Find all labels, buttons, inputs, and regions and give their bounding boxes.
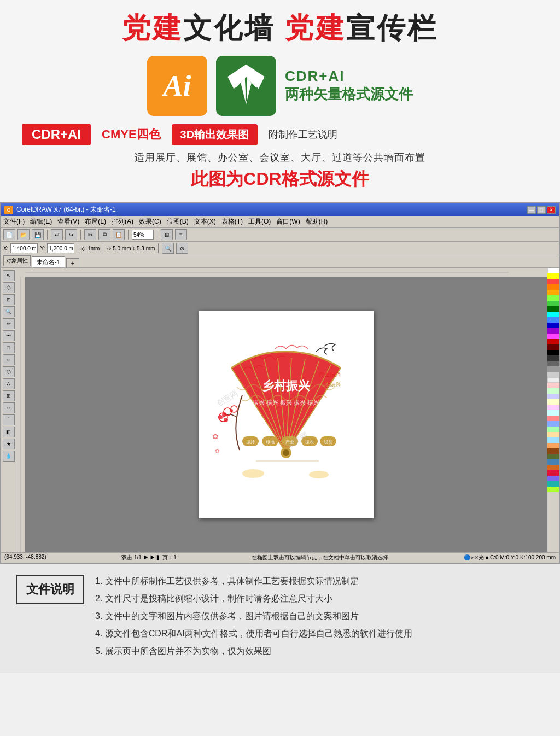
swatch-darkred[interactable]: [547, 339, 559, 344]
tool-table[interactable]: ⊞: [3, 390, 15, 401]
swatch-purple[interactable]: [547, 328, 559, 334]
swatch-yellowgreen[interactable]: [547, 487, 559, 492]
swatch-mint[interactable]: [547, 427, 559, 432]
toolbar-save[interactable]: 💾: [32, 229, 44, 240]
swatch-magenta[interactable]: [547, 334, 559, 339]
menu-effects[interactable]: 效果(C): [139, 217, 161, 226]
restore-button[interactable]: □: [537, 206, 546, 214]
swatch-bluelight[interactable]: [547, 394, 559, 399]
svg-text:振兴 振兴 振兴 振兴 振兴: 振兴 振兴 振兴 振兴 振兴: [253, 399, 319, 406]
swatch-blue[interactable]: [547, 317, 559, 323]
swatch-darkblue[interactable]: [547, 323, 559, 328]
cdr-toolbar-1: 📄 📂 💾 ↩ ↪ ✂ ⧉ 📋 ⊞ ≡: [1, 228, 559, 242]
minimize-button[interactable]: —: [527, 206, 536, 214]
swatch-orange[interactable]: [547, 284, 559, 290]
swatch-salmon[interactable]: [547, 416, 559, 421]
swatch-sandybrown[interactable]: [547, 443, 559, 448]
swatch-steelblue[interactable]: [547, 459, 559, 465]
swatch-skyblue[interactable]: [547, 437, 559, 443]
swatch-cyan[interactable]: [547, 312, 559, 317]
swatch-peach[interactable]: [547, 432, 559, 437]
tool-ellipse[interactable]: ○: [3, 354, 15, 365]
swatch-cyanlight[interactable]: [547, 410, 559, 416]
cdr-color-palette: [547, 268, 559, 552]
tool-text[interactable]: A: [3, 378, 15, 389]
menu-bitmap[interactable]: 位图(B): [167, 217, 189, 226]
swatch-greenlight[interactable]: [547, 388, 559, 394]
left-panel-tab[interactable]: 对象属性: [3, 255, 31, 266]
menu-edit[interactable]: 编辑(E): [30, 217, 52, 226]
swatch-green[interactable]: [547, 301, 559, 306]
swatch-periwinkle[interactable]: [547, 421, 559, 427]
swatch-darkgreen[interactable]: [547, 306, 559, 312]
menu-table[interactable]: 表格(T): [221, 217, 243, 226]
swatch-pinklight[interactable]: [547, 383, 559, 388]
menu-help[interactable]: 帮助(H): [306, 217, 328, 226]
tool-freehand[interactable]: ✏: [3, 318, 15, 329]
tool-polygon[interactable]: ⬡: [3, 366, 15, 377]
cdr-titlebar-controls[interactable]: — □ ✕: [527, 206, 556, 214]
cdr-tab-add[interactable]: +: [66, 258, 79, 267]
toolbar-zoom-fit[interactable]: ⊙: [176, 243, 188, 254]
tool-eyedrop[interactable]: 💧: [3, 451, 15, 462]
toolbar-open[interactable]: 📂: [18, 229, 30, 240]
y-input[interactable]: [47, 243, 74, 253]
swatch-olivedrab[interactable]: [547, 454, 559, 459]
tool-crop[interactable]: ⊡: [3, 294, 15, 305]
x-input[interactable]: [10, 243, 38, 253]
swatch-white[interactable]: [547, 268, 559, 273]
swatch-dark1[interactable]: [547, 355, 559, 361]
tool-smart[interactable]: 〜: [3, 330, 15, 341]
tool-interactive[interactable]: ★: [3, 439, 15, 449]
menu-file[interactable]: 文件(F): [3, 217, 25, 226]
file-desc-list: 1. 文件中所标制作工艺仅供参考，具体制作工艺要根据实际情况制定 2. 文件尺寸…: [95, 575, 544, 662]
tool-zoom[interactable]: 🔍: [3, 306, 15, 317]
menu-window[interactable]: 窗口(W): [276, 217, 300, 226]
swatch-black[interactable]: [547, 350, 559, 355]
tool-select[interactable]: ↖: [3, 270, 15, 281]
swatch-teal[interactable]: [547, 481, 559, 487]
swatch-amber[interactable]: [547, 290, 559, 295]
svg-text:乡村振兴: 乡村振兴: [262, 379, 311, 393]
swatch-yellow[interactable]: [547, 273, 559, 279]
swatch-gray3[interactable]: [547, 372, 559, 377]
close-button[interactable]: ✕: [547, 206, 556, 214]
swatch-lightgreen[interactable]: [547, 295, 559, 301]
swatch-brown[interactable]: [547, 448, 559, 454]
swatch-medslate[interactable]: [547, 476, 559, 481]
toolbar-copy[interactable]: ⧉: [98, 229, 110, 240]
swatch-lightgray[interactable]: [547, 377, 559, 383]
swatch-yellowlight[interactable]: [547, 399, 559, 405]
swatch-chocolate[interactable]: [547, 465, 559, 470]
toolbar-search[interactable]: 🔍: [162, 243, 174, 254]
toolbar-snap[interactable]: ⊞: [161, 229, 173, 240]
toolbar-redo[interactable]: ↪: [65, 229, 77, 240]
swatch-maroon[interactable]: [547, 344, 559, 350]
menu-arrange[interactable]: 排列(A): [112, 217, 133, 226]
toolbar-paste[interactable]: 📋: [113, 229, 125, 240]
tool-dimension[interactable]: ↔: [3, 402, 15, 413]
zoom-input[interactable]: [132, 230, 154, 240]
toolbar-undo[interactable]: ↩: [51, 229, 63, 240]
menu-text[interactable]: 文本(X): [194, 217, 216, 226]
height-label: Y:: [40, 246, 45, 252]
menu-tools[interactable]: 工具(O): [248, 217, 271, 226]
sep-7: [158, 243, 159, 253]
cdr-tab-1[interactable]: 未命名-1: [32, 256, 65, 267]
swatch-red[interactable]: [547, 279, 559, 284]
swatch-crimson[interactable]: [547, 470, 559, 476]
toolbar-align[interactable]: ≡: [175, 229, 187, 240]
toolbar-cut[interactable]: ✂: [84, 229, 96, 240]
swatch-gray2[interactable]: [547, 366, 559, 372]
tool-node[interactable]: ⬡: [3, 282, 15, 293]
menu-view[interactable]: 查看(V): [57, 217, 79, 226]
cdr-statusbar: (64.933, -48.882) 双击 1/1 ▶ ▶▍ 页：1 在椭圆上双击…: [1, 552, 559, 563]
cdr-toolbar-2: X: Y: ◇ 1mm ⬄ 5.0 mm ↕ 5.3 mm 🔍 ⊙: [1, 242, 559, 255]
swatch-pinkmagenta[interactable]: [547, 405, 559, 410]
tool-rect[interactable]: □: [3, 342, 15, 353]
tool-connector[interactable]: ⌒: [3, 414, 15, 425]
swatch-gray1[interactable]: [547, 361, 559, 366]
toolbar-new[interactable]: 📄: [3, 229, 15, 240]
menu-layout[interactable]: 布局(L): [85, 217, 106, 226]
tool-fill[interactable]: ◧: [3, 427, 15, 437]
